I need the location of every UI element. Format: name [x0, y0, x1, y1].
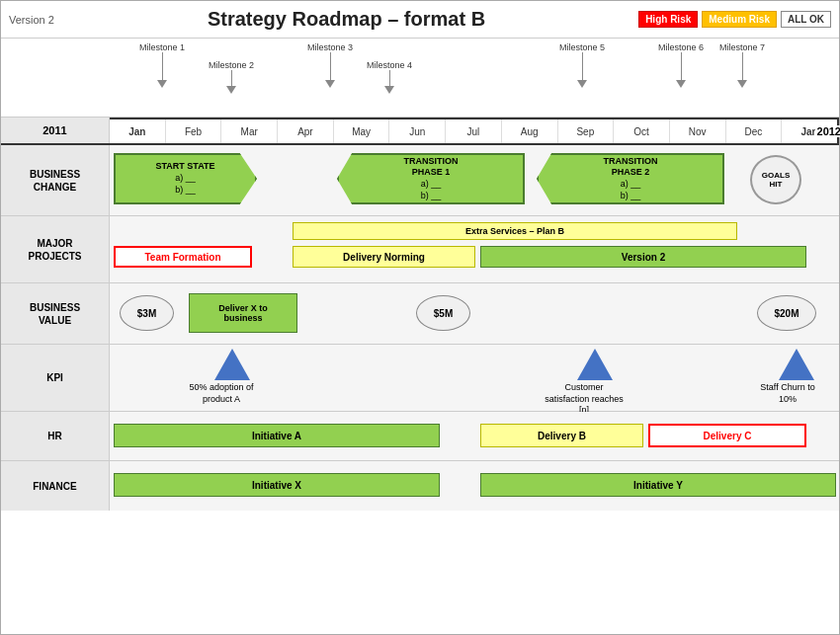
month-oct: Oct — [613, 119, 669, 143]
kpi1-label: 50% adoption of product A — [182, 382, 261, 405]
milestone-5: Milestone 5 — [559, 42, 605, 88]
major-projects-content: Extra Services – Plan B Team Formation D… — [110, 216, 839, 282]
month-aug: Aug — [501, 119, 557, 143]
legend: High Risk Medium Risk ALL OK — [638, 11, 831, 28]
month-mar: Mar — [220, 119, 277, 143]
month-feb: Feb — [165, 119, 221, 143]
month-jul: Jul — [445, 119, 501, 143]
header: Version 2 Strategy Roadmap – format B Hi… — [1, 1, 839, 39]
deliver-x-shape: Deliver X tobusiness — [189, 293, 297, 333]
milestone-6: Milestone 6 — [658, 42, 704, 88]
goals-hit-shape: GOALSHIT — [750, 155, 801, 204]
transition2-shape: TRANSITIONPHASE 2a) __b) __ — [537, 153, 724, 204]
timeline-area: Milestone 1 Milestone 2 Milestone 3 Mile… — [1, 39, 839, 118]
month-nov: Nov — [669, 119, 725, 143]
delivery-c-bar: Delivery C — [648, 424, 806, 447]
milestone-area: Milestone 1 Milestone 2 Milestone 3 Mile… — [110, 39, 839, 118]
hr-row: HR Initiative A Delivery B Delivery C — [1, 412, 839, 461]
initiative-y-bar: Initiative Y — [480, 473, 836, 497]
hr-label: HR — [1, 412, 110, 460]
milestone-1: Milestone 1 — [139, 42, 185, 88]
kpi3-label: Staff Churn to 10% — [753, 382, 822, 405]
business-value-content: $3M Deliver X tobusiness $5M $20M — [110, 283, 839, 344]
kpi-label: KPI — [1, 345, 110, 411]
transition1-text: TRANSITIONPHASE 1a) __b) __ — [404, 156, 459, 202]
finance-row: FINANCE Initiative X Initiative Y — [1, 461, 839, 511]
milestone-2: Milestone 2 — [209, 60, 254, 94]
year-right-label: 2012 — [815, 125, 840, 137]
business-change-content: START STATEa) __b) __ TRANSITIONPHASE 1a… — [110, 145, 839, 215]
business-value-row: BUSINESSVALUE $3M Deliver X tobusiness $… — [1, 283, 839, 345]
kpi2-triangle-icon — [577, 349, 613, 380]
initiative-x-bar: Initiative X — [114, 473, 440, 497]
all-ok-legend: ALL OK — [781, 11, 831, 28]
version2-bar: Version 2 — [480, 246, 806, 268]
months-bar: Jan Feb Mar Apr May Jun Jul Aug Sep Oct … — [110, 118, 839, 143]
team-formation-bar: Team Formation — [114, 246, 252, 268]
year-left-label: 2011 — [1, 118, 110, 143]
month-may: May — [333, 119, 389, 143]
month-jan: Jan — [110, 119, 165, 143]
delivery-norming-bar: Delivery Norming — [293, 246, 475, 268]
major-projects-row: MAJORPROJECTS Extra Services – Plan B Te… — [1, 216, 839, 283]
hr-content: Initiative A Delivery B Delivery C — [110, 412, 839, 460]
milestone-7: Milestone 7 — [719, 42, 765, 88]
medium-risk-legend: Medium Risk — [702, 11, 777, 28]
kpi1-triangle-icon — [214, 349, 250, 380]
business-value-label: BUSINESSVALUE — [1, 283, 110, 344]
start-state-shape: START STATEa) __b) __ — [114, 153, 257, 204]
s3m-shape: $3M — [120, 295, 174, 331]
high-risk-legend: High Risk — [638, 11, 698, 28]
finance-label: FINANCE — [1, 461, 110, 511]
transition1-shape: TRANSITIONPHASE 1a) __b) __ — [337, 153, 525, 204]
kpi3-triangle-container: Staff Churn to 10% — [770, 349, 822, 405]
milestone-3: Milestone 3 — [307, 42, 353, 88]
month-dec: Dec — [725, 119, 782, 143]
month-jun: Jun — [388, 119, 445, 143]
version-label: Version 2 — [9, 14, 54, 26]
kpi1-triangle-container: 50% adoption of product A — [204, 349, 261, 405]
month-sep: Sep — [557, 119, 614, 143]
kpi-content: 50% adoption of product A Customer satis… — [110, 345, 839, 411]
milestone-4: Milestone 4 — [367, 60, 412, 94]
start-state-text: START STATEa) __b) __ — [156, 161, 215, 196]
extra-services-bar: Extra Services – Plan B — [293, 222, 737, 240]
kpi-row: KPI 50% adoption of product A Customer s… — [1, 345, 839, 412]
month-apr: Apr — [277, 119, 333, 143]
kpi3-triangle-icon — [779, 349, 814, 380]
s5m-shape: $5M — [416, 295, 470, 331]
kpi2-triangle-container: Customer satisfaction reaches [n] — [566, 349, 624, 417]
major-projects-label: MAJORPROJECTS — [1, 216, 110, 282]
delivery-b-bar: Delivery B — [480, 424, 643, 447]
page-title: Strategy Roadmap – format B — [54, 8, 638, 31]
business-change-label: BUSINESSCHANGE — [1, 145, 110, 215]
month-year-bar: 2011 Jan Feb Mar Apr May Jun Jul Aug Sep… — [1, 118, 839, 145]
transition2-text: TRANSITIONPHASE 2a) __b) __ — [604, 156, 658, 202]
business-change-row: BUSINESSCHANGE START STATEa) __b) __ TRA… — [1, 145, 839, 216]
initiative-a-bar: Initiative A — [114, 424, 440, 447]
finance-content: Initiative X Initiative Y — [110, 461, 839, 511]
page: Version 2 Strategy Roadmap – format B Hi… — [0, 0, 840, 635]
s20m-shape: $20M — [757, 295, 816, 331]
